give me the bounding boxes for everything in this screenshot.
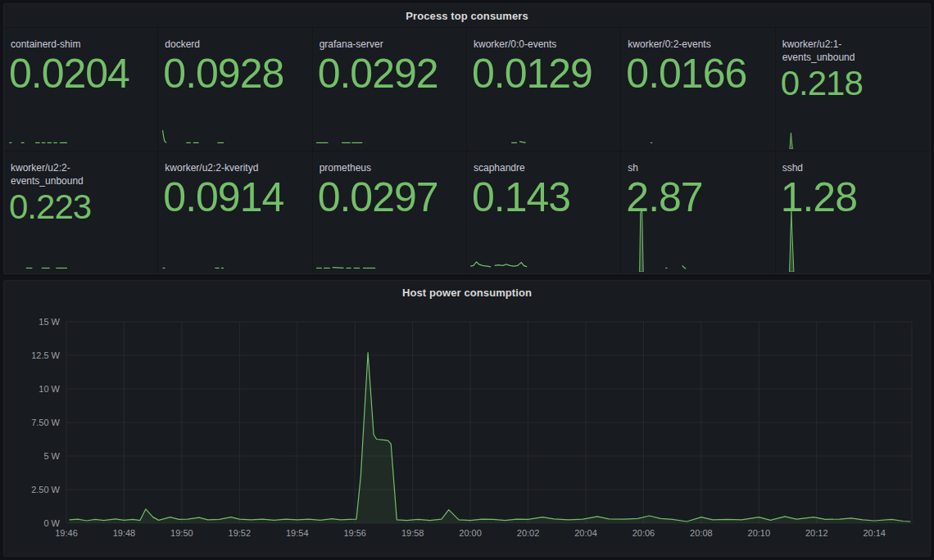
panel-process-top-consumers: Process top consumers containerd-shim 0.… <box>3 3 931 274</box>
stat-cell: kworker/0:0-events 0.0129 <box>467 27 621 151</box>
stat-cell: containerd-shim 0.0204 <box>4 27 158 151</box>
stat-value: 2.87 <box>626 174 771 220</box>
stat-value: 0.0928 <box>163 51 308 97</box>
stat-value: 0.0129 <box>472 51 617 97</box>
stat-label: scaphandre <box>474 161 614 174</box>
stat-cell: kworker/u2:2- events_unbound 0.223 <box>4 151 158 274</box>
stat-cell: prometheus 0.0297 <box>313 151 467 274</box>
stat-label: kworker/u2:2-kverityd <box>165 161 305 174</box>
stat-value: 0.0292 <box>318 51 463 97</box>
stat-value: 0.0166 <box>626 51 771 97</box>
x-tick-label: 19:46 <box>55 528 78 538</box>
series-area <box>70 353 911 523</box>
stat-label: sh <box>628 161 768 174</box>
stat-value: 0.0297 <box>318 174 463 220</box>
stat-cell: scaphandre 0.143 <box>467 151 621 274</box>
stat-value: 0.143 <box>472 174 617 220</box>
x-tick-label: 19:58 <box>401 528 424 538</box>
stat-value: 0.218 <box>781 64 927 103</box>
stat-cell: sh 2.87 <box>621 151 775 274</box>
panel-title-power[interactable]: Host power consumption <box>4 281 930 304</box>
stat-grid: containerd-shim 0.0204 dockerd 0.0928 gr… <box>4 27 930 273</box>
stat-cell: kworker/u2:2-kverityd 0.0914 <box>158 151 312 274</box>
x-tick-label: 19:56 <box>343 528 366 538</box>
x-tick-label: 20:04 <box>574 528 597 538</box>
x-tick-label: 19:48 <box>113 528 136 538</box>
x-tick-label: 19:54 <box>286 528 309 538</box>
stat-value: 0.0914 <box>163 174 308 220</box>
stat-label: kworker/0:2-events <box>628 38 768 51</box>
power-chart-plot[interactable]: 0 W2.50 W5 W7.50 W10 W12.5 W15 W19:4619:… <box>4 304 932 558</box>
stat-cell: kworker/u2:1- events_unbound 0.218 <box>776 27 930 151</box>
series-line <box>70 353 911 522</box>
stat-value: 0.0204 <box>9 51 154 97</box>
stat-label: sshd <box>782 161 923 174</box>
x-tick-label: 20:14 <box>863 528 886 538</box>
x-tick-label: 20:12 <box>805 528 828 538</box>
x-tick-label: 20:02 <box>517 528 540 538</box>
panel-host-power-consumption: Host power consumption 0 W2.50 W5 W7.50 … <box>3 280 931 557</box>
stat-label: prometheus <box>320 161 460 174</box>
stat-cell: kworker/0:2-events 0.0166 <box>621 27 775 151</box>
x-tick-label: 20:00 <box>459 528 482 538</box>
stat-cell: sshd 1.28 <box>776 151 930 274</box>
y-tick-label: 15 W <box>39 317 60 327</box>
y-tick-label: 7.50 W <box>31 418 60 427</box>
y-tick-label: 0 W <box>43 518 60 528</box>
panel-title-process[interactable]: Process top consumers <box>4 4 930 27</box>
y-tick-label: 5 W <box>43 451 60 461</box>
y-tick-label: 10 W <box>39 384 60 394</box>
y-tick-label: 2.50 W <box>31 485 60 495</box>
x-tick-label: 19:52 <box>229 528 252 538</box>
stat-label: kworker/u2:2- events_unbound <box>11 161 151 187</box>
stat-label: kworker/0:0-events <box>474 38 614 51</box>
stat-label: grafana-server <box>320 38 460 51</box>
x-tick-label: 20:08 <box>690 528 713 538</box>
stat-value: 1.28 <box>781 174 927 220</box>
x-tick-label: 19:50 <box>170 528 193 538</box>
stat-cell: dockerd 0.0928 <box>158 27 312 151</box>
stat-label: dockerd <box>165 38 305 51</box>
stat-cell: grafana-server 0.0292 <box>313 27 467 151</box>
x-tick-label: 20:10 <box>748 528 771 538</box>
stat-label: kworker/u2:1- events_unbound <box>782 38 923 64</box>
stat-value: 0.223 <box>9 187 154 227</box>
y-tick-label: 12.5 W <box>31 350 60 360</box>
stat-label: containerd-shim <box>11 38 151 51</box>
x-tick-label: 20:06 <box>632 528 655 538</box>
